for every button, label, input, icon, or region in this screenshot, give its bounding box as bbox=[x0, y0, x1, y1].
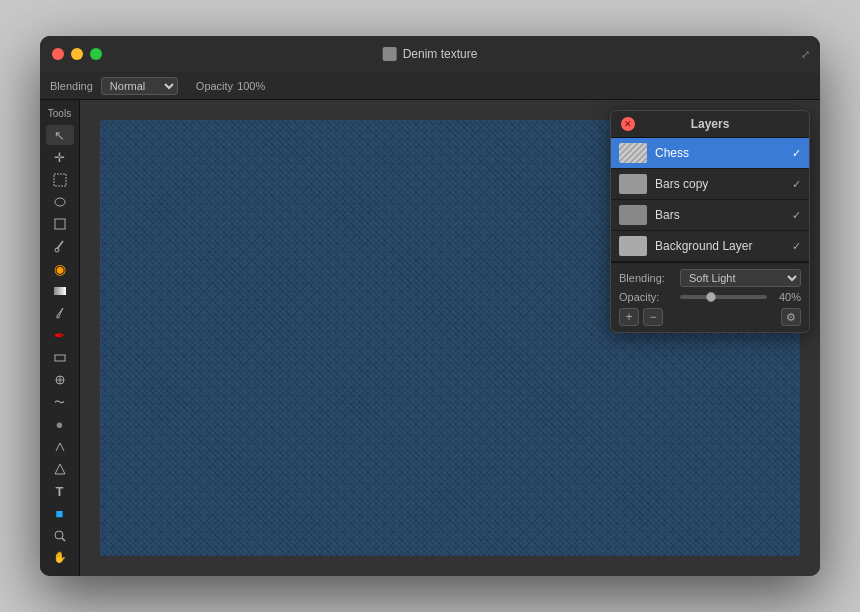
move-tool[interactable]: ✛ bbox=[46, 147, 74, 167]
opacity-footer-label: Opacity: bbox=[619, 291, 674, 303]
toolbar: Blending Normal Multiply Soft Light Opac… bbox=[40, 72, 820, 100]
svg-point-1 bbox=[55, 198, 65, 206]
layer-visible-background: ✓ bbox=[792, 240, 801, 253]
layer-thumb-background bbox=[619, 236, 647, 256]
add-layer-button[interactable]: + bbox=[619, 308, 639, 326]
layers-action-left: + − bbox=[619, 308, 663, 326]
main-content: Tools ↖ ✛ bbox=[40, 100, 820, 576]
fill-tool[interactable]: ◉ bbox=[46, 259, 74, 279]
layers-blending-select[interactable]: Soft Light Normal Multiply bbox=[680, 269, 801, 287]
gradient-tool[interactable] bbox=[46, 281, 74, 301]
layer-thumb-bars bbox=[619, 205, 647, 225]
opacity-footer-value: 40% bbox=[773, 291, 801, 303]
svg-rect-0 bbox=[54, 174, 66, 186]
svg-rect-5 bbox=[54, 287, 66, 295]
layers-actions: + − ⚙ bbox=[619, 308, 801, 326]
opacity-handle[interactable] bbox=[706, 292, 716, 302]
rect-select-tool[interactable] bbox=[46, 170, 74, 190]
remove-layer-button[interactable]: − bbox=[643, 308, 663, 326]
cursor-tool[interactable]: ↖ bbox=[46, 125, 74, 145]
shape-tool[interactable] bbox=[46, 459, 74, 479]
zoom-tool[interactable] bbox=[46, 526, 74, 546]
svg-point-11 bbox=[55, 531, 63, 539]
layers-opacity: Opacity: 40% bbox=[619, 291, 801, 303]
layer-settings-button[interactable]: ⚙ bbox=[781, 308, 801, 326]
blending-select[interactable]: Normal Multiply Soft Light bbox=[101, 77, 178, 95]
opacity-value: 100% bbox=[237, 80, 265, 92]
expand-button[interactable]: ⤢ bbox=[801, 48, 810, 61]
blending-footer-label: Blending: bbox=[619, 272, 674, 284]
layers-close-button[interactable]: ✕ bbox=[621, 117, 635, 131]
layers-footer: Blending: Soft Light Normal Multiply Opa… bbox=[611, 262, 809, 332]
app-window: Denim texture ⤢ Blending Normal Multiply… bbox=[40, 36, 820, 576]
eraser-tool[interactable] bbox=[46, 348, 74, 368]
layers-header: ✕ Layers bbox=[611, 111, 809, 138]
svg-rect-2 bbox=[55, 219, 65, 229]
smudge-tool[interactable]: 〜 bbox=[46, 392, 74, 412]
layer-thumb-chess bbox=[619, 143, 647, 163]
document-icon bbox=[383, 47, 397, 61]
layer-item-chess[interactable]: Chess ✓ bbox=[611, 138, 809, 169]
pen-tool[interactable] bbox=[46, 437, 74, 457]
burn-tool[interactable]: ● bbox=[46, 414, 74, 434]
layer-item-background[interactable]: Background Layer ✓ bbox=[611, 231, 809, 262]
title-bar: Denim texture ⤢ bbox=[40, 36, 820, 72]
layer-item-bars[interactable]: Bars ✓ bbox=[611, 200, 809, 231]
layer-name-background: Background Layer bbox=[655, 239, 784, 253]
close-icon: ✕ bbox=[624, 119, 632, 129]
svg-line-12 bbox=[62, 538, 65, 541]
layers-panel: ✕ Layers Chess ✓ Bars copy ✓ bbox=[610, 110, 810, 333]
clone-tool[interactable] bbox=[46, 370, 74, 390]
blending-label: Blending bbox=[50, 80, 93, 92]
layer-item-bars-copy[interactable]: Bars copy ✓ bbox=[611, 169, 809, 200]
tools-label: Tools bbox=[48, 108, 71, 119]
hand-tool[interactable]: ✋ bbox=[46, 548, 74, 568]
layer-visible-chess: ✓ bbox=[792, 147, 801, 160]
layer-name-bars-copy: Bars copy bbox=[655, 177, 784, 191]
close-button[interactable] bbox=[52, 48, 64, 60]
opacity-slider[interactable] bbox=[680, 295, 767, 299]
layer-name-chess: Chess bbox=[655, 146, 784, 160]
minimize-button[interactable] bbox=[71, 48, 83, 60]
window-title: Denim texture bbox=[383, 47, 478, 61]
window-controls bbox=[40, 48, 102, 60]
layer-visible-bars: ✓ bbox=[792, 209, 801, 222]
svg-marker-10 bbox=[55, 464, 65, 474]
window-title-text: Denim texture bbox=[403, 47, 478, 61]
layer-thumb-bars-copy bbox=[619, 174, 647, 194]
svg-rect-6 bbox=[55, 355, 65, 361]
brush-tool[interactable] bbox=[46, 303, 74, 323]
opacity-label: Opacity bbox=[196, 80, 233, 92]
canvas-area: ✕ Layers Chess ✓ Bars copy ✓ bbox=[80, 100, 820, 576]
layer-visible-bars-copy: ✓ bbox=[792, 178, 801, 191]
crop-tool[interactable] bbox=[46, 214, 74, 234]
layer-name-bars: Bars bbox=[655, 208, 784, 222]
opacity-control: Opacity 100% bbox=[196, 80, 265, 92]
text-tool[interactable]: T bbox=[46, 481, 74, 501]
layers-blending: Blending: Soft Light Normal Multiply bbox=[619, 269, 801, 287]
layers-title: Layers bbox=[691, 117, 730, 131]
rect-shape-tool[interactable]: ■ bbox=[46, 503, 74, 523]
maximize-button[interactable] bbox=[90, 48, 102, 60]
pencil-tool[interactable]: ✒ bbox=[46, 325, 74, 345]
lasso-tool[interactable] bbox=[46, 192, 74, 212]
tools-panel: Tools ↖ ✛ bbox=[40, 100, 80, 576]
eyedropper-tool[interactable] bbox=[46, 236, 74, 256]
